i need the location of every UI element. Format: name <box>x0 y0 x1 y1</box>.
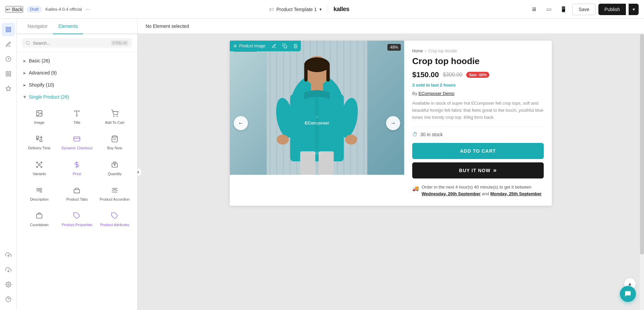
edit-element-button[interactable] <box>269 41 279 51</box>
percent-badge: 48% <box>387 44 401 51</box>
add-to-cart-icon <box>110 109 119 118</box>
breadcrumb-separator: › <box>425 49 426 53</box>
publish-caret-button[interactable]: ▼ <box>629 4 639 15</box>
svg-point-27 <box>38 164 40 166</box>
scroll-bar[interactable] <box>640 34 644 310</box>
chevron-down-icon: ▼ <box>319 7 322 11</box>
tab-navigator[interactable]: Navigator <box>22 19 53 34</box>
next-image-button[interactable]: → <box>386 116 400 130</box>
panel-search: CTRL+K <box>17 34 137 52</box>
history-icon-button[interactable] <box>2 52 15 66</box>
delivery-date1[interactable]: Wednesday, 20th September <box>422 191 481 196</box>
grid-icon-button[interactable] <box>2 67 15 81</box>
delivery-date2[interactable]: Monday, 25th September <box>490 191 542 196</box>
truck-icon: 🚚 <box>412 184 419 193</box>
svg-rect-62 <box>300 151 315 175</box>
elements-panel: ▶ Basic (26) ▶ Advanced (9) ▶ Shopify (1… <box>17 52 137 310</box>
tag-icon: 🏷 <box>269 7 274 12</box>
buy-now-button[interactable]: BUY IT NOW » <box>412 162 544 178</box>
topbar-right: 🖥 ▭ 📱 Save Publish ▼ <box>528 3 639 15</box>
back-button[interactable]: ↩ Back <box>5 6 23 13</box>
panel-tabs: Navigator Elements <box>17 19 137 34</box>
product-template-label[interactable]: Product Template 1 ▼ <box>276 7 322 12</box>
help-icon-button[interactable] <box>2 293 15 306</box>
element-image[interactable]: Image <box>21 104 58 129</box>
element-quantity[interactable]: Quantity <box>96 156 133 180</box>
plugin-icon-button[interactable] <box>2 82 15 95</box>
search-input[interactable] <box>33 41 108 46</box>
product-image-area: Product Image <box>230 41 404 206</box>
element-price[interactable]: Price <box>58 156 95 180</box>
category-basic[interactable]: ▶ Basic (26) <box>17 55 137 67</box>
vendor-link[interactable]: EComposer Demo <box>419 91 454 96</box>
element-title[interactable]: Title <box>58 104 95 129</box>
svg-point-28 <box>37 162 38 163</box>
svg-rect-3 <box>6 30 8 32</box>
dot-2-active[interactable] <box>314 200 320 202</box>
element-dynamic-checkout-label: Dynamic Checkout <box>61 146 92 150</box>
scroll-thumb[interactable] <box>640 34 644 255</box>
save-button[interactable]: Save <box>572 4 596 15</box>
delivery-and: and <box>482 191 489 196</box>
prev-image-button[interactable]: ← <box>234 116 248 130</box>
element-add-to-cart[interactable]: Add To Cart <box>96 104 133 129</box>
category-shopify[interactable]: ▶ Shopify (10) <box>17 79 137 91</box>
left-panel: Navigator Elements CTRL+K ▶ Basic (26) ▶… <box>17 19 138 310</box>
edit-icon-button[interactable] <box>2 38 15 51</box>
delete-element-button[interactable] <box>290 41 301 51</box>
svg-point-14 <box>26 41 29 44</box>
add-to-cart-button[interactable]: ADD TO CART <box>412 143 544 159</box>
image-icon <box>35 109 44 118</box>
collapse-handle[interactable]: ◀ <box>138 168 142 176</box>
chevron-icon: ▶ <box>23 71 26 75</box>
settings-icon-button[interactable] <box>2 278 15 291</box>
product-properties-icon <box>72 211 82 220</box>
dot-1[interactable] <box>309 200 312 202</box>
element-product-tabs[interactable]: Product Tabs <box>58 181 95 206</box>
desktop-view-button[interactable]: 🖥 <box>528 3 540 15</box>
upload-icon-button[interactable] <box>2 248 15 262</box>
publish-button[interactable]: Publish <box>598 4 626 15</box>
category-single-product[interactable]: ▶ Single Product (26) <box>17 91 137 103</box>
draft-badge: Draft <box>26 6 42 13</box>
svg-point-60 <box>277 135 289 145</box>
layers-icon-button[interactable] <box>2 23 15 36</box>
element-product-attributes[interactable]: Product Attributes <box>96 207 133 231</box>
mobile-view-button[interactable]: 📱 <box>557 3 570 15</box>
element-product-accordion[interactable]: Product Accordion <box>96 181 133 206</box>
price-current: $150.00 <box>412 70 439 79</box>
tablet-view-button[interactable]: ▭ <box>543 3 555 15</box>
product-image: EComposer © <box>230 41 404 175</box>
element-product-attributes-label: Product Attributes <box>100 222 129 227</box>
element-description[interactable]: Description <box>21 181 58 206</box>
chat-widget[interactable] <box>620 286 636 302</box>
sold-count: 3 sold in last 2 hours <box>412 83 455 88</box>
clone-element-button[interactable] <box>279 41 290 51</box>
element-delivery-time[interactable]: Delivery Time <box>21 130 58 155</box>
more-button[interactable]: ··· <box>85 6 90 13</box>
svg-point-11 <box>7 284 9 286</box>
breadcrumb-home[interactable]: Home <box>412 49 423 53</box>
svg-rect-55 <box>304 65 308 82</box>
element-variants[interactable]: Variants <box>21 156 58 180</box>
download-icon-button[interactable] <box>2 263 15 276</box>
topbar: ↩ Back Draft Kalles-4.0.4 official ··· 🏷… <box>0 0 644 19</box>
svg-rect-56 <box>326 65 330 82</box>
svg-rect-43 <box>37 214 42 218</box>
category-advanced[interactable]: ▶ Advanced (9) <box>17 67 137 79</box>
svg-point-54 <box>304 57 330 72</box>
tab-elements[interactable]: Elements <box>53 19 83 34</box>
chat-icon <box>624 290 632 298</box>
element-product-properties[interactable]: Product Properties <box>58 207 95 231</box>
countdown-icon <box>35 211 44 220</box>
no-element-label: No Element selected <box>146 23 189 29</box>
element-countdown[interactable]: Countdown <box>21 207 58 231</box>
element-buy-now[interactable]: Buy Now <box>96 130 133 155</box>
dot-3[interactable] <box>322 200 325 202</box>
price-row: $150.00 $300.00 Sale -50% <box>412 70 544 79</box>
category-basic-label: Basic (26) <box>29 58 50 63</box>
element-dynamic-checkout[interactable]: Dynamic Checkout <box>58 130 95 155</box>
image-dots <box>309 200 325 202</box>
sale-label: Sale <box>469 73 477 77</box>
back-arrow-icon: ↩ <box>6 7 10 12</box>
